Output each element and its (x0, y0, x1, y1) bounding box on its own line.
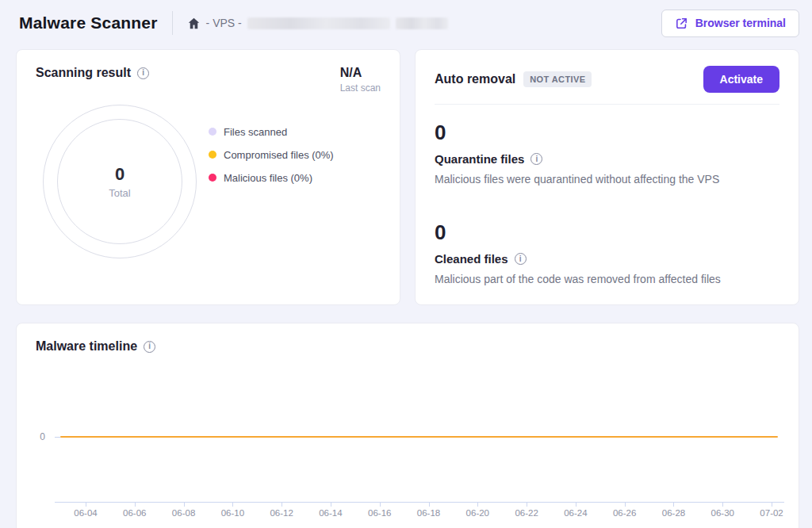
x-axis-tick (282, 502, 282, 507)
x-axis-tick-label: 06-30 (711, 508, 734, 518)
scan-donut-chart: 0 Total (43, 105, 197, 258)
scan-donut-hole: 0 Total (57, 119, 182, 244)
timeline-chart: 0 06-0406-0606-0806-1006-1206-1406-1606-… (17, 323, 799, 528)
x-axis-tick (135, 502, 136, 507)
x-axis-tick-label: 06-04 (74, 508, 97, 518)
card-divider (435, 104, 779, 105)
y-axis-tick (55, 437, 60, 438)
stat-label: Quarantine files (435, 152, 524, 166)
legend-item: Files scanned (209, 125, 334, 138)
x-axis-line (55, 502, 784, 503)
x-axis-tick (527, 502, 527, 507)
x-axis-tick (380, 502, 381, 507)
stat-value: 0 (435, 220, 779, 245)
x-axis-tick-label: 06-06 (123, 508, 146, 518)
auto-removal-card: Auto removal NOT ACTIVE Activate 0Quaran… (415, 49, 799, 305)
scanning-result-card: Scanning result i N/A Last scan 0 Total … (16, 49, 400, 305)
x-axis-tick (772, 502, 772, 507)
x-axis-tick-label: 06-08 (172, 508, 195, 518)
info-icon[interactable]: i (530, 153, 542, 165)
x-axis-tick (331, 502, 331, 507)
legend-dot-icon (209, 174, 216, 182)
info-icon[interactable]: i (515, 253, 527, 265)
x-axis-tick-label: 06-26 (613, 508, 636, 518)
page-title: Malware Scanner (19, 13, 158, 33)
stat-block: 0Cleaned filesiMalicious part of the cod… (435, 220, 779, 285)
x-axis-tick (232, 502, 233, 507)
x-axis-tick (722, 502, 723, 507)
page-header: Malware Scanner - VPS - Browser terminal (0, 0, 812, 46)
x-axis-tick-label: 06-28 (662, 508, 685, 518)
x-axis-tick-label: 06-18 (417, 508, 440, 518)
malware-timeline-card: Malware timeline i 0 06-0406-0606-0806-1… (16, 323, 799, 528)
donut-total-value: 0 (115, 164, 124, 185)
stat-description: Malicious files were quarantined without… (435, 173, 779, 186)
timeline-data-line (60, 436, 778, 438)
home-icon[interactable] (187, 17, 201, 30)
x-axis-tick (576, 502, 576, 507)
legend-label: Malicious files (0%) (224, 172, 312, 184)
y-axis-tick-label: 0 (34, 431, 45, 442)
redacted-vps-name (247, 17, 390, 29)
legend-item: Malicious files (0%) (209, 171, 334, 184)
external-link-icon (675, 17, 688, 30)
removal-stats: 0Quarantine filesiMalicious files were q… (435, 121, 779, 285)
legend-label: Compromised files (0%) (224, 149, 334, 161)
breadcrumb: - VPS - (187, 17, 448, 30)
legend-item: Compromised files (0%) (209, 148, 334, 161)
scan-legend: Files scannedCompromised files (0%)Malic… (209, 125, 334, 184)
x-axis-tick-label: 06-10 (221, 508, 244, 518)
status-badge: NOT ACTIVE (523, 71, 592, 87)
legend-dot-icon (209, 151, 216, 159)
stat-value: 0 (435, 121, 779, 145)
legend-label: Files scanned (224, 126, 287, 138)
redacted-vps-host (396, 17, 448, 29)
stat-block: 0Quarantine filesiMalicious files were q… (435, 121, 779, 186)
browser-terminal-label: Browser terminal (695, 17, 786, 29)
x-axis-tick-label: 06-22 (515, 508, 538, 518)
x-axis-tick-label: 06-14 (319, 508, 342, 518)
last-scan-value: N/A (340, 66, 381, 80)
x-axis-tick (673, 502, 674, 507)
x-axis-tick-label: 06-12 (270, 508, 293, 518)
breadcrumb-label: - VPS - (206, 17, 242, 29)
x-axis-tick-label: 06-16 (368, 508, 391, 518)
scanning-result-title: Scanning result (36, 66, 131, 80)
browser-terminal-button[interactable]: Browser terminal (661, 10, 799, 37)
donut-total-label: Total (109, 187, 130, 199)
auto-removal-title: Auto removal (435, 72, 515, 86)
x-axis-tick-label: 07-02 (760, 508, 783, 518)
legend-dot-icon (209, 128, 216, 136)
x-axis-tick (184, 502, 185, 507)
x-axis-tick (477, 502, 478, 507)
x-axis-tick (429, 502, 430, 507)
x-axis-tick (86, 502, 86, 507)
stat-description: Malicious part of the code was removed f… (435, 273, 779, 285)
x-axis-tick-label: 06-20 (466, 508, 489, 518)
info-icon[interactable]: i (137, 67, 149, 79)
x-axis-tick (625, 502, 626, 507)
x-axis-tick-label: 06-24 (564, 508, 587, 518)
last-scan-label: Last scan (340, 82, 381, 94)
stat-label: Cleaned files (435, 252, 508, 266)
header-divider (172, 11, 173, 35)
activate-button[interactable]: Activate (703, 66, 779, 93)
